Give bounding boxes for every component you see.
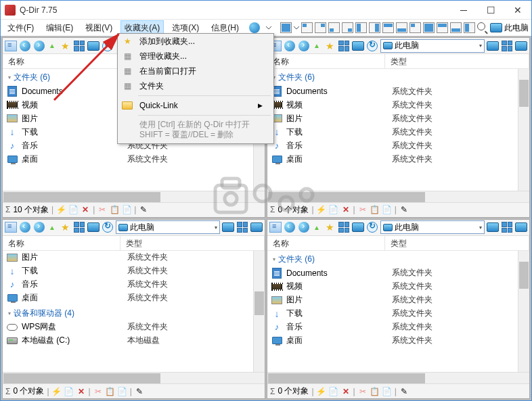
menu-edit[interactable]: 编辑(E)	[42, 20, 77, 36]
layout-single-button[interactable]	[280, 22, 292, 33]
tiles-button[interactable]	[338, 41, 349, 51]
forward-button[interactable]	[34, 41, 45, 51]
magnify-icon[interactable]	[477, 22, 488, 33]
layout-alt4-button[interactable]	[464, 22, 475, 33]
view-button[interactable]	[5, 41, 17, 51]
scrollbar-vertical[interactable]	[518, 251, 529, 373]
close-button[interactable]: ✕	[504, 1, 531, 20]
minimize-button[interactable]: ─	[450, 1, 477, 20]
menu-manage-favorites[interactable]: ▦管理收藏夹...	[118, 49, 273, 64]
layout-br-button[interactable]	[342, 22, 353, 33]
favorites-dropdown: ★添加到收藏夹... ▦管理收藏夹... ▦在当前窗口打开 ▦文件夹 Quick…	[117, 33, 274, 144]
menu-folders[interactable]: ▦文件夹	[118, 78, 273, 93]
menu-add-favorite[interactable]: ★添加到收藏夹...	[118, 34, 273, 49]
picture-icon	[7, 114, 18, 122]
video-icon	[7, 101, 18, 109]
scrollbar-horizontal[interactable]	[267, 191, 529, 202]
col-name[interactable]: 名称	[3, 54, 120, 68]
layout-quad-button[interactable]	[409, 22, 421, 33]
chevron-down-icon[interactable]	[266, 25, 271, 30]
desktop-icon	[7, 156, 18, 163]
monitor-icon[interactable]	[515, 41, 527, 51]
menu-file[interactable]: 文件(F)	[3, 20, 38, 36]
pane-bottom-right: ★ 此电脑▾ 名称类型 文件夹 (6) Documents系统文件夹 视频系统文…	[267, 219, 530, 400]
scrollbar-horizontal[interactable]	[267, 372, 529, 383]
cloud-icon	[7, 324, 18, 331]
status-count: 10 个对象	[13, 204, 49, 216]
pane-top-right: ★ 此电脑▾ 名称类型 文件夹 (6) Documents系统文件夹 视频系统文…	[267, 37, 530, 218]
monitor-icon[interactable]	[352, 41, 364, 51]
app-icon	[5, 5, 16, 16]
menu-quicklink[interactable]: Quick-Link▶	[118, 98, 273, 113]
folder-icon	[122, 101, 133, 110]
chevron-down-icon[interactable]	[294, 25, 299, 30]
document-icon	[7, 86, 17, 97]
forward-button[interactable]	[298, 41, 309, 51]
window-title: Q-Dir 7.75	[20, 5, 450, 15]
tiles-button[interactable]	[74, 41, 85, 51]
favorites-button[interactable]: ★	[59, 40, 71, 52]
back-button[interactable]	[284, 41, 295, 51]
layout-l-button[interactable]	[355, 22, 367, 33]
list-item: 桌面系统文件夹	[3, 152, 265, 166]
statusbar: Σ 10 个对象 | ⚡ 📄 ✕ | ✂ 📋 📄 | ✎	[3, 202, 265, 217]
file-list[interactable]: 图片系统文件夹 ↓下载系统文件夹 ♪音乐系统文件夹 桌面系统文件夹 设备和驱动器…	[3, 251, 265, 373]
thispc-label[interactable]: 此电脑	[504, 22, 529, 34]
music-icon: ♪	[7, 140, 18, 151]
hint-text: 使用 [Ctrl] 在新的 Q-Dir 中打开SHIFT = 覆盖//DEL =…	[118, 118, 273, 143]
up-button[interactable]	[47, 41, 57, 51]
refresh-button[interactable]	[367, 41, 378, 51]
layout-alt1-button[interactable]	[423, 22, 435, 33]
globe-icon[interactable]	[249, 22, 260, 33]
layout-alt3-button[interactable]	[450, 22, 462, 33]
file-list[interactable]: 文件夹 (6) Documents系统文件夹 视频系统文件夹 图片系统文件夹 ↓…	[267, 251, 529, 373]
layout-tl-button[interactable]	[301, 22, 313, 33]
menu-view[interactable]: 视图(V)	[81, 20, 116, 36]
titlebar: Q-Dir 7.75 ─ ☐ ✕	[1, 1, 531, 20]
scrollbar-vertical[interactable]	[253, 251, 265, 373]
up-button[interactable]	[312, 41, 322, 51]
maximize-button[interactable]: ☐	[477, 1, 504, 20]
view-button[interactable]	[5, 222, 17, 233]
layout-tr-button[interactable]	[315, 22, 326, 33]
tiles-icon[interactable]	[502, 41, 512, 51]
favorites-button[interactable]: ★	[324, 40, 336, 52]
back-button[interactable]	[20, 41, 30, 51]
address-bar[interactable]: 此电脑▾	[116, 220, 220, 234]
scrollbar-horizontal[interactable]	[3, 191, 265, 202]
layout-t-button[interactable]	[382, 22, 394, 33]
layout-b-button[interactable]	[396, 22, 407, 33]
monitor-icon[interactable]	[87, 41, 99, 51]
scrollbar-horizontal[interactable]	[3, 372, 265, 383]
refresh-button[interactable]	[102, 41, 113, 51]
layout-alt2-button[interactable]	[437, 22, 448, 33]
disk-icon	[7, 337, 18, 344]
address-bar[interactable]: 此电脑▾	[380, 220, 485, 234]
download-icon: ↓	[7, 126, 18, 137]
file-list[interactable]: 文件夹 (6) Documents系统文件夹 视频系统文件夹 图片系统文件夹 ↓…	[267, 69, 529, 191]
thispc-icon[interactable]	[490, 23, 502, 32]
address-bar[interactable]: 此电脑▾	[380, 39, 485, 53]
monitor-icon[interactable]	[487, 41, 499, 51]
pane-bottom-left: ★ 此电脑▾ 名称类型 图片系统文件夹 ↓下载系统文件夹 ♪音乐系统文件夹 桌面…	[2, 219, 265, 400]
scrollbar-vertical[interactable]	[518, 69, 529, 191]
layout-r-button[interactable]	[369, 22, 380, 33]
layout-bl-button[interactable]	[328, 22, 340, 33]
chevron-right-icon: ▶	[258, 102, 263, 109]
menu-open-current[interactable]: ▦在当前窗口打开	[118, 64, 273, 78]
